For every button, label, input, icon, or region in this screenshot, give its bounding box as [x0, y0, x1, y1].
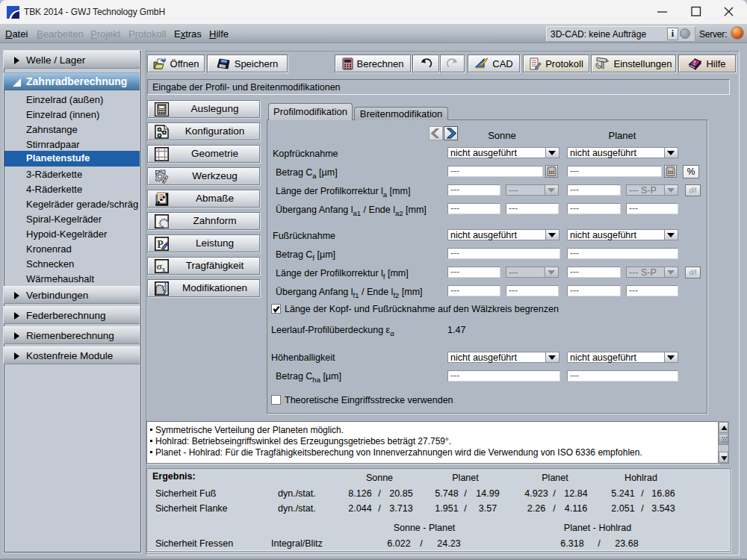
svg-text:x: x: [162, 266, 166, 273]
